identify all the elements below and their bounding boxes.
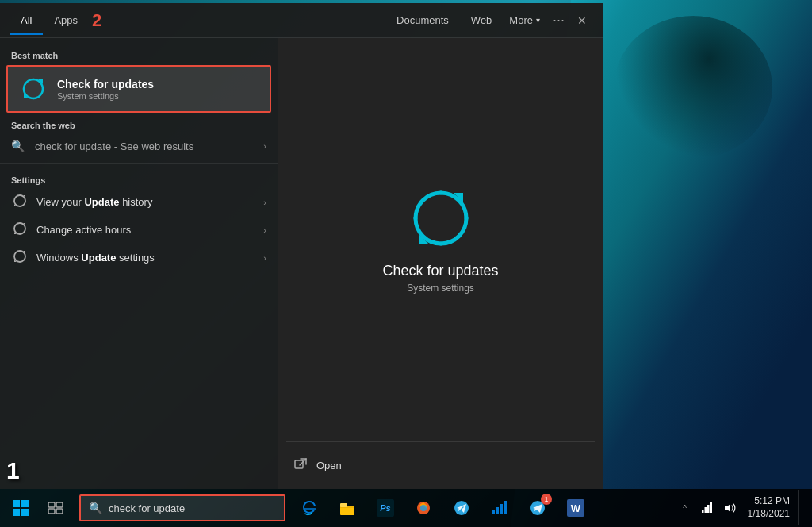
- callout-two: 2: [92, 10, 102, 31]
- search-icon: 🔍: [11, 140, 27, 152]
- settings-section-label: Settings: [0, 169, 278, 188]
- taskbar-search-icon: 🔍: [89, 502, 102, 514]
- svg-rect-16: [56, 502, 63, 507]
- tab-web[interactable]: Web: [460, 6, 504, 34]
- system-clock[interactable]: 5:12 PM 1/18/2021: [741, 495, 796, 520]
- notification-badge: 1: [541, 494, 552, 505]
- web-search-item[interactable]: 🔍 check for update - See web results ›: [0, 133, 278, 159]
- open-label: Open: [316, 460, 342, 471]
- best-match-title: Check for updates: [57, 78, 259, 90]
- divider-1: [0, 163, 278, 164]
- svg-rect-12: [21, 500, 29, 507]
- right-update-icon: [409, 187, 473, 250]
- show-desktop-button[interactable]: [798, 490, 806, 525]
- right-panel-subtitle: System settings: [407, 283, 474, 294]
- best-match-label: Best match: [0, 44, 278, 63]
- refresh-icon-3: [11, 249, 29, 266]
- settings-item-update-history[interactable]: View your Update history ›: [0, 188, 278, 216]
- tab-more[interactable]: More ▾: [503, 6, 546, 34]
- best-match-text: Check for updates System settings: [57, 78, 259, 101]
- svg-rect-24: [492, 510, 495, 514]
- refresh-icon-1: [11, 194, 29, 210]
- svg-rect-13: [13, 509, 20, 516]
- chevron-right-icon-1: ›: [263, 198, 266, 207]
- best-match-subtitle: System settings: [57, 91, 259, 101]
- svg-rect-26: [500, 504, 503, 514]
- photoshop-icon[interactable]: Ps: [368, 490, 403, 525]
- search-tabs: All Apps 2 Documents Web More ▾ ··· ✕: [0, 3, 603, 38]
- search-panel: All Apps 2 Documents Web More ▾ ··· ✕ Be…: [0, 3, 603, 489]
- svg-rect-17: [48, 509, 55, 514]
- chevron-right-icon: ›: [263, 141, 266, 151]
- taskbar-search-text: check for update: [109, 502, 185, 514]
- svg-rect-30: [704, 507, 707, 513]
- search-body: Best match Check for updates System: [0, 38, 603, 489]
- tab-apps[interactable]: Apps: [43, 6, 89, 34]
- task-view-button[interactable]: [38, 490, 73, 525]
- svg-rect-18: [56, 509, 63, 514]
- tab-all[interactable]: All: [10, 6, 43, 34]
- svg-rect-25: [496, 507, 499, 514]
- explorer-icon[interactable]: [330, 490, 365, 525]
- tray-network-icon[interactable]: [697, 490, 718, 525]
- svg-rect-29: [702, 510, 704, 513]
- text-cursor: [186, 502, 186, 514]
- best-match-item[interactable]: Check for updates System settings: [6, 65, 271, 113]
- close-button[interactable]: ✕: [571, 11, 593, 30]
- settings-item-text-3: Windows Update settings: [36, 252, 263, 264]
- web-section-label: Search the web: [0, 114, 278, 133]
- telegram-icon[interactable]: [444, 490, 479, 525]
- svg-rect-14: [21, 509, 29, 516]
- open-icon: [294, 458, 307, 473]
- settings-item-active-hours[interactable]: Change active hours ›: [0, 216, 278, 244]
- svg-rect-32: [710, 502, 712, 513]
- system-tray: ^ 5:12 PM 1/18/2021: [675, 490, 806, 525]
- svg-point-22: [420, 505, 427, 511]
- telegram2-icon[interactable]: 1: [520, 490, 555, 525]
- callout-one: 1: [6, 457, 20, 484]
- tab-dots-icon[interactable]: ···: [553, 12, 565, 29]
- tray-chevron-icon[interactable]: ^: [675, 490, 695, 525]
- chevron-right-icon-3: ›: [263, 253, 266, 263]
- right-panel-title: Check for updates: [382, 263, 498, 279]
- word-icon[interactable]: W: [558, 490, 593, 525]
- tab-documents[interactable]: Documents: [385, 6, 460, 34]
- search-left-panel: Best match Check for updates System: [0, 38, 278, 489]
- settings-item-text-1: View your Update history: [36, 196, 263, 208]
- taskbar: 🔍 check for update Ps: [0, 489, 812, 527]
- taskbar-search-box[interactable]: 🔍 check for update: [79, 494, 285, 521]
- web-item-text: check for update - See web results: [35, 140, 263, 152]
- svg-rect-10: [295, 460, 303, 468]
- settings-item-windows-update[interactable]: Windows Update settings ›: [0, 244, 278, 271]
- svg-rect-27: [504, 501, 507, 514]
- right-icon-area: Check for updates System settings: [366, 38, 514, 441]
- date-display: 1/18/2021: [748, 508, 790, 521]
- open-action-item[interactable]: Open: [278, 450, 603, 481]
- chevron-right-icon-2: ›: [263, 225, 266, 235]
- settings-item-text-2: Change active hours: [36, 224, 263, 236]
- edge-icon[interactable]: [292, 490, 327, 525]
- check-updates-icon: [19, 75, 48, 103]
- start-button[interactable]: [3, 490, 38, 525]
- time-display: 5:12 PM: [748, 495, 790, 508]
- more-arrow-icon: ▾: [536, 16, 540, 25]
- svg-rect-31: [707, 505, 710, 513]
- svg-rect-11: [13, 500, 20, 507]
- search-right-panel: Check for updates System settings Open: [278, 38, 603, 489]
- signal-bars-icon[interactable]: [482, 490, 517, 525]
- taskbar-app-icons: Ps: [292, 490, 593, 525]
- svg-rect-15: [48, 502, 55, 507]
- svg-rect-20: [340, 503, 347, 507]
- firefox-icon[interactable]: [406, 490, 441, 525]
- tray-volume-icon[interactable]: [719, 490, 740, 525]
- refresh-icon-2: [11, 221, 29, 238]
- right-actions: Open: [278, 442, 603, 489]
